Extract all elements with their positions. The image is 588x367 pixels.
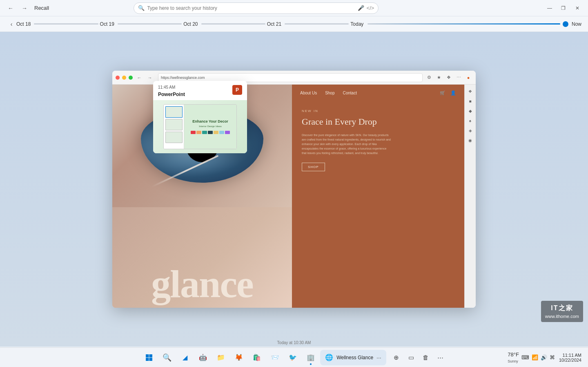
sidebar-btn-1[interactable]: ❖	[466, 87, 474, 95]
sidebar-btn-3[interactable]: ◆	[466, 107, 474, 115]
ppt-slide-preview: Enhance Your Decor Interior Design Ideas	[163, 104, 237, 149]
sidebar-btn-6[interactable]: ◉	[466, 136, 474, 144]
network-icon[interactable]: 📶	[532, 354, 538, 360]
action-more-button[interactable]: ⋯	[434, 351, 448, 365]
active-app-icon: 🌐	[325, 354, 333, 361]
browser-url: https://wellnessglance.com	[161, 76, 205, 80]
browser-extensions-icon[interactable]: ❖	[445, 74, 453, 82]
nav-contact[interactable]: Contact	[343, 91, 357, 95]
firefox-icon: 🦊	[235, 354, 243, 361]
search-input[interactable]	[147, 5, 355, 11]
glance-text: glance	[112, 264, 292, 308]
window-controls: — ❐ ✕	[544, 2, 583, 14]
taskbar-store-button[interactable]: 🛍️	[248, 349, 265, 366]
sidebar-btn-4[interactable]: ♠	[466, 116, 474, 125]
browser-settings-icon[interactable]: ⚙	[425, 74, 433, 82]
taskbar-right: 78°F Sunny ⌨ 📶 🔊 ⌘ 11:11 AM 10/22/2024	[508, 351, 581, 364]
keyboard-icon[interactable]: ⌨	[521, 354, 529, 360]
forward-button[interactable]: →	[19, 2, 30, 14]
swatch-red	[191, 131, 196, 134]
browser-color-icon[interactable]: ●	[464, 74, 472, 82]
action-copy-button[interactable]: ▭	[404, 351, 418, 365]
swatch-orange	[196, 131, 201, 134]
svg-rect-1	[149, 354, 153, 358]
close-button[interactable]: ✕	[572, 2, 583, 14]
browser-bookmark-icon[interactable]: ★	[435, 74, 443, 82]
clock-time: 11:11 AM	[563, 353, 581, 358]
mail-icon: 📨	[271, 354, 279, 361]
volume-icon[interactable]: 🔊	[541, 354, 547, 360]
timeline-now-label[interactable]: Now	[572, 21, 581, 27]
site-body-text: Discover the pure elegance of nature wit…	[302, 133, 392, 156]
popup-thumbnail: Enhance Your Decor Interior Design Ideas	[153, 100, 247, 153]
swatch-yellow	[214, 131, 218, 134]
taskbar-active-app[interactable]: 🌐 Wellness Glance ···	[320, 350, 386, 365]
browser-min-dot	[122, 76, 126, 80]
start-button[interactable]	[140, 349, 158, 366]
timeline-date-oct20[interactable]: Oct 20	[183, 21, 198, 27]
timeline-track-4	[285, 23, 349, 25]
active-app-name: Wellness Glance	[336, 355, 373, 360]
taskbar-copilot-button[interactable]: 🤖	[194, 349, 212, 366]
swatch-purple	[225, 131, 230, 134]
search-bar[interactable]: 🔍 🎤 </>	[134, 2, 379, 14]
cart-icon[interactable]: 🛒	[440, 90, 445, 96]
browser-menu-icon[interactable]: ⋯	[454, 74, 463, 82]
site-right-panel: About Us Shop Contact 🛒 👤 NEW IN Grace i…	[292, 85, 464, 308]
browser-back-button[interactable]: ←	[135, 74, 143, 82]
restore-button[interactable]: ❐	[558, 2, 569, 14]
sidebar-btn-5[interactable]: ◈	[466, 126, 474, 134]
taskbar-teams-button[interactable]: 🏢	[302, 349, 319, 366]
browser-max-dot	[129, 76, 133, 80]
swatch-blue	[219, 131, 224, 134]
clock-display[interactable]: 11:11 AM 10/22/2024	[559, 353, 581, 363]
timeline: ‹ Oct 18 Oct 19 Oct 20 Oct 21 Today Now	[0, 16, 588, 32]
site-shop-button[interactable]: SHOP	[302, 163, 325, 171]
popup-app-name: PowerPoint	[158, 92, 185, 97]
timeline-track-today	[368, 23, 560, 25]
taskbar-bird-button[interactable]: 🐦	[284, 349, 301, 366]
ppt-color-swatches	[191, 131, 230, 134]
popup-time: 11:45 AM	[158, 85, 185, 90]
popup-header: 11:45 AM PowerPoint P	[153, 81, 247, 100]
taskbar: 🔍 ◢ 🤖 📁 🦊 🛍️ 📨 🐦 🏢 🌐 Wellnes	[0, 347, 588, 367]
timeline-track-1	[34, 23, 98, 25]
sidebar-btn-2[interactable]: ■	[466, 97, 474, 105]
minimize-button[interactable]: —	[544, 2, 555, 14]
nav-shop[interactable]: Shop	[325, 91, 334, 95]
ppt-slide-panel	[164, 105, 184, 149]
timeline-date-oct19[interactable]: Oct 19	[100, 21, 114, 27]
popup-app-info: 11:45 AM PowerPoint	[158, 85, 185, 98]
timeline-today-label[interactable]: Today	[350, 21, 363, 27]
twitter-icon: 🐦	[289, 354, 297, 361]
site-new-in: NEW IN	[302, 109, 454, 113]
wifi-icon[interactable]: ⌘	[550, 354, 555, 360]
nav-about[interactable]: About Us	[300, 91, 317, 95]
back-button[interactable]: ←	[5, 2, 16, 14]
watermark: IT之家 www.ithome.com	[541, 301, 583, 322]
weather-condition: Sunny	[508, 359, 518, 363]
action-delete-button[interactable]: 🗑	[419, 351, 433, 365]
active-app-more[interactable]: ···	[376, 354, 381, 361]
taskbar-firefox-button[interactable]: 🦊	[230, 349, 247, 366]
taskbar-mail-button[interactable]: 📨	[266, 349, 283, 366]
taskbar-center: 🔍 ◢ 🤖 📁 🦊 🛍️ 📨 🐦 🏢 🌐 Wellnes	[140, 349, 448, 366]
windows-icon	[145, 354, 153, 361]
clock-date: 10/22/2024	[559, 358, 581, 363]
browser-close-dot	[116, 76, 120, 80]
timeline-date-oct18[interactable]: Oct 18	[16, 21, 31, 27]
timeline-prev-button[interactable]: ‹	[7, 19, 16, 29]
timeline-date-oct21[interactable]: Oct 21	[267, 21, 281, 27]
taskbar-edge-button[interactable]: ◢	[176, 349, 194, 366]
ppt-main-slide: Enhance Your Decor Interior Design Ideas	[184, 105, 236, 149]
status-note: Today at 10:30 AM	[277, 340, 311, 345]
teams-active-dot	[310, 363, 312, 365]
ppt-icon-label: P	[236, 87, 239, 93]
search-taskbar-button[interactable]: 🔍	[158, 349, 176, 366]
taskbar-files-button[interactable]: 📁	[212, 349, 229, 366]
user-icon[interactable]: 👤	[450, 90, 456, 96]
action-capture-button[interactable]: ⊕	[390, 351, 403, 365]
timeline-items: Oct 18 Oct 19 Oct 20 Oct 21 Today Now	[16, 21, 581, 27]
popup-card[interactable]: 11:45 AM PowerPoint P Enhance Your Decor…	[153, 81, 247, 153]
browser-forward-button[interactable]: →	[146, 74, 154, 82]
